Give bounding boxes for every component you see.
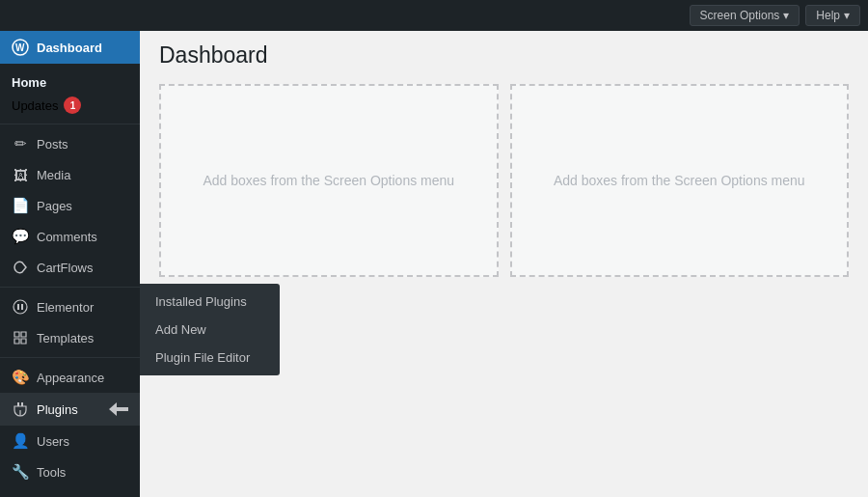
main-content: Dashboard Add boxes from the Screen Opti… <box>140 31 868 497</box>
sidebar-tools-label: Tools <box>37 465 66 480</box>
cartflows-icon <box>12 259 29 276</box>
sidebar-item-users[interactable]: 👤 Users <box>0 426 140 456</box>
sidebar-plugins-label: Plugins <box>37 402 78 417</box>
sidebar-item-elementor[interactable]: Elementor <box>0 291 140 322</box>
dashboard-box-2: Add boxes from the Screen Options menu <box>510 84 850 277</box>
sidebar-elementor-label: Elementor <box>37 300 94 315</box>
top-bar: Screen Options ▾ Help ▾ <box>0 0 868 31</box>
svg-rect-3 <box>17 304 19 310</box>
submenu-plugin-file-editor[interactable]: Plugin File Editor <box>140 344 280 372</box>
sidebar-item-comments[interactable]: 💬 Comments <box>0 221 140 252</box>
tools-icon: 🔧 <box>12 463 29 481</box>
sidebar-comments-label: Comments <box>37 230 97 244</box>
sidebar-item-plugins[interactable]: Plugins <box>0 393 140 426</box>
page-title: Dashboard <box>159 42 849 69</box>
wordpress-icon: W <box>12 39 29 56</box>
submenu-add-new[interactable]: Add New <box>140 316 280 344</box>
sidebar-divider3 <box>0 357 140 358</box>
sidebar-appearance-label: Appearance <box>37 371 104 385</box>
sidebar-divider2 <box>0 287 140 288</box>
sidebar: W Dashboard Home Updates 1 ✏ Posts 🖼 Med… <box>0 31 140 497</box>
sidebar-item-cartflows[interactable]: CartFlows <box>0 252 140 283</box>
svg-rect-5 <box>17 402 19 406</box>
media-icon: 🖼 <box>12 166 29 183</box>
plugins-submenu: Installed Plugins Add New Plugin File Ed… <box>140 284 280 375</box>
add-new-label: Add New <box>155 322 206 337</box>
chevron-down-icon: ▾ <box>844 9 850 22</box>
sidebar-media-label: Media <box>37 168 70 182</box>
sidebar-home-section: Home Updates 1 <box>0 64 140 120</box>
sidebar-templates-label: Templates <box>37 331 94 345</box>
sidebar-item-settings[interactable]: ⚙ Settings <box>0 487 140 497</box>
appearance-icon: 🎨 <box>12 369 29 386</box>
main-layout: W Dashboard Home Updates 1 ✏ Posts 🖼 Med… <box>0 31 868 497</box>
sidebar-cartflows-label: CartFlows <box>37 261 94 275</box>
svg-text:W: W <box>15 42 25 53</box>
pages-icon: 📄 <box>12 197 29 214</box>
screen-options-button[interactable]: Screen Options ▾ <box>690 5 800 26</box>
chevron-down-icon: ▾ <box>783 9 789 22</box>
sidebar-updates[interactable]: Updates 1 <box>12 94 128 120</box>
svg-rect-6 <box>21 402 23 406</box>
sidebar-item-media[interactable]: 🖼 Media <box>0 159 140 190</box>
updates-badge: 1 <box>64 97 81 114</box>
posts-icon: ✏ <box>12 135 29 152</box>
elementor-icon <box>12 298 29 316</box>
arrow-left-icon <box>109 400 128 419</box>
updates-label: Updates <box>12 98 58 113</box>
comments-icon: 💬 <box>12 228 29 245</box>
svg-point-2 <box>14 300 27 314</box>
plugins-icon <box>12 400 29 418</box>
sidebar-item-pages[interactable]: 📄 Pages <box>0 190 140 221</box>
help-button[interactable]: Help ▾ <box>805 5 860 26</box>
templates-icon <box>12 329 29 346</box>
dashboard-grid: Add boxes from the Screen Options menu A… <box>159 84 849 277</box>
sidebar-home-label[interactable]: Home <box>12 71 128 94</box>
help-label: Help <box>816 9 840 22</box>
svg-rect-4 <box>21 304 23 310</box>
installed-plugins-label: Installed Plugins <box>155 294 247 309</box>
screen-options-label: Screen Options <box>700 9 780 22</box>
sidebar-item-posts[interactable]: ✏ Posts <box>0 128 140 159</box>
dashboard-box-1-text: Add boxes from the Screen Options menu <box>203 173 454 188</box>
sidebar-posts-label: Posts <box>37 137 68 152</box>
sidebar-item-dashboard[interactable]: W Dashboard <box>0 31 140 64</box>
sidebar-item-tools[interactable]: 🔧 Tools <box>0 456 140 487</box>
users-icon: 👤 <box>12 432 29 450</box>
sidebar-item-templates[interactable]: Templates <box>0 322 140 353</box>
sidebar-users-label: Users <box>37 434 69 449</box>
dashboard-box-1: Add boxes from the Screen Options menu <box>159 84 499 277</box>
plugin-file-editor-label: Plugin File Editor <box>155 350 250 365</box>
sidebar-pages-label: Pages <box>37 199 72 213</box>
sidebar-divider <box>0 124 140 124</box>
dashboard-label: Dashboard <box>37 41 102 55</box>
submenu-installed-plugins[interactable]: Installed Plugins <box>140 288 280 316</box>
dashboard-box-2-text: Add boxes from the Screen Options menu <box>554 173 805 188</box>
sidebar-item-appearance[interactable]: 🎨 Appearance <box>0 362 140 393</box>
